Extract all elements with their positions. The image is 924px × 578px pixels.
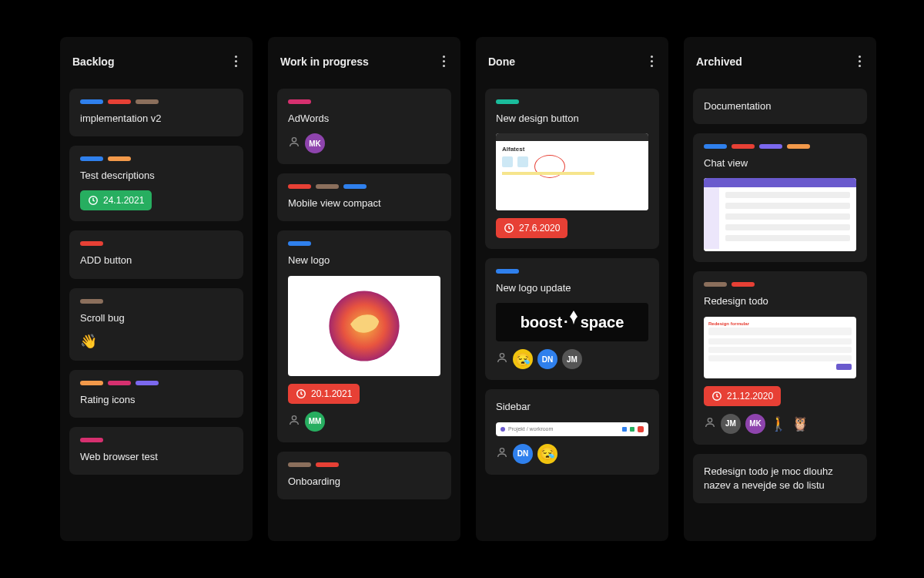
card-thumbnail: boost.space	[496, 303, 648, 341]
avatar[interactable]: 😪	[537, 444, 557, 464]
card-footer: MM	[288, 412, 440, 432]
tag-pill	[704, 282, 727, 287]
card-tags	[496, 269, 648, 274]
reaction-emoji[interactable]: 🦉	[792, 415, 808, 432]
tag-pill	[80, 381, 103, 385]
card-title: New logo	[288, 254, 440, 267]
avatar[interactable]: MM	[305, 412, 325, 432]
tag-pill	[80, 99, 103, 104]
card-title: Scroll bug	[80, 311, 233, 325]
kanban-card[interactable]: Onboarding	[277, 452, 451, 499]
kanban-card[interactable]: Web browser test	[69, 427, 243, 475]
avatar[interactable]: MK	[745, 414, 765, 434]
due-date-badge: 27.6.2020	[496, 218, 567, 238]
tag-pill	[787, 144, 810, 149]
card-title: Documentation	[704, 99, 856, 113]
tag-pill	[288, 462, 311, 467]
kanban-card[interactable]: Test descriptions24.1.2021	[69, 146, 243, 221]
card-thumbnail	[704, 178, 856, 251]
kanban-card[interactable]: New logo20.1.2021MM	[277, 230, 451, 442]
avatar[interactable]: DN	[513, 444, 533, 464]
person-icon	[496, 446, 508, 462]
card-footer: MK	[288, 133, 440, 153]
tag-pill	[288, 99, 311, 104]
due-date-badge: 20.1.2021	[288, 384, 360, 404]
kanban-column: DoneNew design buttonAlfatest27.6.2020Ne…	[476, 37, 668, 541]
card-title: Chat view	[704, 156, 856, 170]
card-footer: JMMK🚶🦉	[704, 414, 856, 434]
kanban-card[interactable]: Redesign todo je moc dlouhz nazev a neve…	[693, 454, 867, 503]
due-date-badge: 24.1.2021	[80, 190, 152, 210]
tag-pill	[496, 99, 519, 104]
svg-point-7	[500, 448, 504, 452]
person-icon	[288, 414, 300, 429]
column-header: Work in progress	[277, 46, 451, 79]
kanban-board: Backlogimplementation v2Test description…	[0, 0, 924, 578]
avatar[interactable]: DN	[537, 349, 557, 369]
tag-pill	[80, 299, 103, 304]
card-tags	[496, 99, 648, 104]
card-tags	[80, 241, 233, 246]
tag-pill	[704, 144, 727, 149]
tag-pill	[316, 462, 339, 467]
kanban-card[interactable]: Mobile view compact	[277, 173, 451, 221]
tag-pill	[496, 269, 519, 274]
column-header: Backlog	[69, 46, 243, 79]
card-title: AdWords	[288, 112, 440, 126]
tag-pill	[108, 381, 131, 385]
card-tags	[704, 282, 856, 287]
person-icon	[704, 416, 716, 432]
reaction-emoji[interactable]: 🚶	[770, 415, 787, 432]
due-date-text: 24.1.2021	[103, 195, 144, 206]
card-tags	[80, 438, 233, 442]
svg-point-9	[708, 418, 711, 422]
person-icon	[496, 351, 508, 367]
avatar[interactable]: JM	[562, 349, 582, 369]
card-thumbnail	[288, 276, 440, 376]
kanban-card[interactable]: New logo updateboost.space😪DNJM	[485, 258, 659, 380]
more-menu-icon[interactable]	[648, 52, 656, 70]
kanban-card[interactable]: Documentation	[693, 89, 867, 124]
avatar[interactable]: MK	[305, 133, 325, 153]
avatar[interactable]: JM	[721, 414, 741, 434]
kanban-column: Backlogimplementation v2Test description…	[60, 37, 253, 541]
tag-pill	[80, 438, 103, 442]
card-title: New design button	[496, 112, 648, 126]
card-title: Web browser test	[80, 450, 233, 464]
tag-pill	[732, 144, 755, 149]
column-title: Done	[488, 55, 515, 68]
card-tags	[288, 241, 440, 246]
column-header: Archived	[693, 46, 867, 79]
tag-pill	[759, 144, 782, 149]
kanban-card[interactable]: Scroll bug👋	[69, 288, 243, 361]
card-tags	[80, 381, 233, 385]
kanban-card[interactable]: Rating icons	[69, 370, 243, 418]
card-tags	[80, 299, 233, 304]
kanban-card[interactable]: ADD button	[69, 230, 243, 278]
column-title: Backlog	[72, 55, 114, 68]
kanban-card[interactable]: AdWordsMK	[277, 89, 451, 164]
kanban-card[interactable]: Chat view	[693, 133, 867, 262]
kanban-card[interactable]: Redesign todoRedesign formular21.12.2020…	[693, 271, 867, 444]
tag-pill	[136, 99, 159, 104]
card-thumbnail: Redesign formular	[704, 317, 856, 378]
due-date-badge: 21.12.2020	[704, 386, 781, 406]
reaction-emoji[interactable]: 👋	[80, 333, 97, 350]
card-tags	[288, 184, 440, 189]
kanban-column: ArchivedDocumentationChat viewRedesign t…	[684, 37, 876, 541]
card-tags	[288, 462, 440, 467]
kanban-card[interactable]: New design buttonAlfatest27.6.2020	[485, 89, 659, 249]
column-title: Archived	[696, 55, 742, 68]
column-header: Done	[485, 46, 659, 79]
more-menu-icon[interactable]	[440, 52, 448, 70]
due-date-text: 21.12.2020	[727, 391, 773, 402]
more-menu-icon[interactable]	[855, 52, 864, 70]
avatar[interactable]: 😪	[513, 349, 533, 369]
more-menu-icon[interactable]	[232, 52, 240, 70]
kanban-card[interactable]: implementation v2	[69, 89, 243, 136]
card-title: Redesign todo je moc dlouhz nazev a neve…	[704, 465, 856, 492]
card-tags	[80, 99, 233, 104]
tag-pill	[732, 282, 755, 287]
kanban-card[interactable]: SidebarProjekt / workroomDN😪	[485, 389, 659, 474]
tag-pill	[136, 381, 159, 385]
